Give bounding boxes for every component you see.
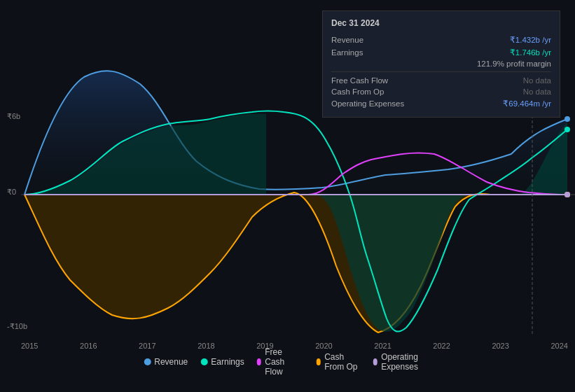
tooltip-value-opex: ₹69.464m /yr xyxy=(503,99,551,108)
chart-legend: Revenue Earnings Free Cash Flow Cash Fro… xyxy=(144,347,431,377)
tooltip-row-revenue: Revenue ₹1.432b /yr xyxy=(331,34,551,46)
tooltip-label-fcf: Free Cash Flow xyxy=(331,76,408,85)
legend-item-earnings[interactable]: Earnings xyxy=(200,357,244,367)
tooltip-label-opex: Operating Expenses xyxy=(331,99,408,108)
tooltip-row-cashfromop: Cash From Op No data xyxy=(331,86,551,97)
profit-margin-value: 121.9% profit margin xyxy=(477,59,551,68)
legend-dot-fcf xyxy=(257,358,262,365)
tooltip-label-cashfromop: Cash From Op xyxy=(331,88,408,96)
legend-item-opex[interactable]: Operating Expenses xyxy=(373,352,431,372)
legend-dot-cashfromop xyxy=(317,358,321,365)
y-label-zero: ₹0 xyxy=(7,188,16,197)
legend-item-cashfromop[interactable]: Cash From Op xyxy=(317,352,361,372)
legend-label-opex: Operating Expenses xyxy=(381,352,431,372)
x-label-2015: 2015 xyxy=(21,342,38,350)
legend-label-cashfromop: Cash From Op xyxy=(324,352,360,372)
legend-label-revenue: Revenue xyxy=(154,357,188,367)
tooltip-value-revenue: ₹1.432b /yr xyxy=(510,35,551,45)
legend-dot-revenue xyxy=(144,358,151,365)
tooltip-row-opex: Operating Expenses ₹69.464m /yr xyxy=(331,97,551,110)
legend-item-fcf[interactable]: Free Cash Flow xyxy=(257,347,304,377)
legend-dot-earnings xyxy=(200,358,207,365)
tooltip-value-cashfromop: No data xyxy=(523,88,551,96)
legend-dot-opex xyxy=(373,358,378,365)
x-label-2023: 2023 xyxy=(492,342,508,350)
legend-label-earnings: Earnings xyxy=(211,357,244,367)
tooltip-date: Dec 31 2024 xyxy=(331,18,551,28)
y-label-top: ₹6b xyxy=(7,112,20,121)
tooltip-value-fcf: No data xyxy=(523,76,551,85)
legend-item-revenue[interactable]: Revenue xyxy=(144,357,188,367)
svg-point-3 xyxy=(564,116,570,122)
tooltip-box: Dec 31 2024 Revenue ₹1.432b /yr Earnings… xyxy=(322,10,560,118)
tooltip-profit-margin: 121.9% profit margin xyxy=(331,59,551,69)
svg-point-4 xyxy=(564,127,570,132)
x-label-2022: 2022 xyxy=(433,342,450,350)
tooltip-value-earnings: ₹1.746b /yr xyxy=(510,48,551,57)
y-label-bottom: -₹10b xyxy=(7,322,27,331)
x-label-2016: 2016 xyxy=(80,342,97,350)
tooltip-label-revenue: Revenue xyxy=(331,36,408,44)
tooltip-row-earnings: Earnings ₹1.746b /yr xyxy=(331,46,551,59)
svg-point-7 xyxy=(564,192,570,197)
x-label-2024: 2024 xyxy=(550,342,567,350)
tooltip-row-fcf: Free Cash Flow No data xyxy=(331,75,551,86)
legend-label-fcf: Free Cash Flow xyxy=(265,347,303,377)
tooltip-divider xyxy=(331,71,551,72)
tooltip-label-earnings: Earnings xyxy=(331,48,408,57)
